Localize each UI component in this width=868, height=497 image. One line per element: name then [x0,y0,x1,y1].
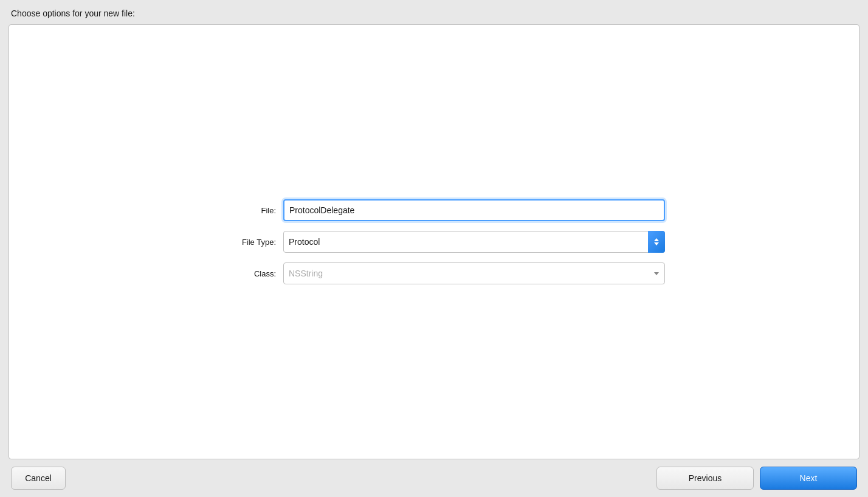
footer-left: Cancel [11,467,66,490]
cancel-button[interactable]: Cancel [11,467,66,490]
next-button[interactable]: Next [760,467,857,490]
file-row: File: [203,199,665,221]
file-type-select[interactable]: Protocol Category Class Extension [283,231,665,253]
class-label: Class: [203,269,276,278]
class-select-container: NSString NSObject UIViewController [283,262,665,284]
class-select[interactable]: NSString NSObject UIViewController [283,262,665,284]
main-panel: File: File Type: Protocol Category Class… [9,24,859,459]
file-type-select-wrapper: Protocol Category Class Extension [283,231,665,253]
file-type-select-container: Protocol Category Class Extension [283,231,665,253]
class-row: Class: NSString NSObject UIViewControlle… [203,262,665,284]
file-input[interactable] [283,199,665,221]
class-select-wrapper: NSString NSObject UIViewController [283,262,665,284]
footer-right: Previous Next [656,467,857,490]
file-type-row: File Type: Protocol Category Class Exten… [203,231,665,253]
file-label: File: [203,206,276,215]
file-type-label: File Type: [203,238,276,247]
file-input-wrapper [283,199,665,221]
previous-button[interactable]: Previous [656,467,754,490]
page-title: Choose options for your new file: [0,0,868,24]
form-area: File: File Type: Protocol Category Class… [9,187,859,296]
footer: Cancel Previous Next [0,459,868,497]
